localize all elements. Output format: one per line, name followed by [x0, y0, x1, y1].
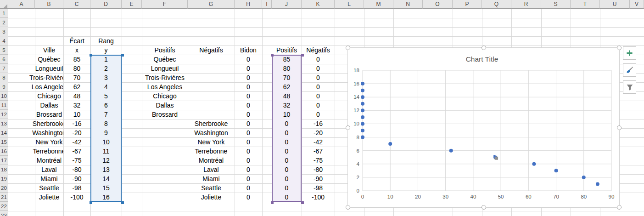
cell-F5[interactable]: Positifs — [142, 45, 188, 55]
data-point[interactable] — [582, 176, 586, 179]
chart-title[interactable]: Chart Title — [466, 55, 498, 63]
selection-handle[interactable] — [90, 54, 92, 57]
cell-C21[interactable]: -100 — [63, 193, 90, 202]
column-header-I[interactable]: I — [262, 0, 272, 9]
row-header-12[interactable]: 12 — [0, 110, 8, 119]
cell-B12[interactable]: Brossard — [8, 110, 63, 119]
cell-C18[interactable]: -80 — [63, 165, 90, 174]
cell-H8[interactable]: 0 — [235, 73, 262, 82]
data-point[interactable] — [532, 162, 536, 166]
column-header-E[interactable]: E — [122, 0, 142, 9]
column-header-V[interactable]: V — [630, 0, 644, 9]
chart[interactable]: 0102030405060708090024681012141618Chart … — [347, 47, 620, 208]
cell-B14[interactable]: Washington — [8, 128, 63, 137]
column-header-Q[interactable]: Q — [482, 0, 511, 9]
cell-K17[interactable]: -75 — [302, 156, 335, 165]
row-header-17[interactable]: 17 — [0, 156, 8, 165]
row-header-8[interactable]: 8 — [0, 73, 8, 82]
cell-B7[interactable]: Longueuil — [8, 64, 63, 73]
cell-K20[interactable]: -98 — [302, 183, 335, 193]
cell-F10[interactable]: Chicago — [142, 91, 188, 101]
column-header-L[interactable]: L — [335, 0, 364, 9]
cell-B13[interactable]: Sherbrooke — [8, 119, 63, 128]
select-all-corner[interactable] — [0, 0, 8, 9]
cell-H13[interactable]: 0 — [235, 119, 262, 128]
cell-K8[interactable]: 0 — [302, 73, 335, 82]
column-header-G[interactable]: G — [188, 0, 235, 9]
chart-styles-button[interactable] — [623, 63, 636, 77]
cell-K12[interactable]: 0 — [302, 110, 335, 119]
cell-K9[interactable]: 0 — [302, 82, 335, 91]
column-header-R[interactable]: R — [511, 0, 541, 9]
column-header-J[interactable]: J — [272, 0, 302, 9]
cell-K5[interactable]: Négatifs — [302, 45, 335, 55]
row-header-16[interactable]: 16 — [0, 147, 8, 156]
cell-K16[interactable]: -67 — [302, 147, 335, 156]
row-header-4[interactable]: 4 — [0, 36, 8, 45]
cell-F9[interactable]: Los Angeles — [142, 82, 188, 91]
chart-resize-handle[interactable] — [346, 45, 350, 50]
row-header-5[interactable]: 5 — [0, 45, 8, 55]
cell-H6[interactable]: 0 — [235, 55, 262, 64]
chart-resize-handle[interactable] — [617, 205, 622, 210]
cell-J5[interactable]: Positifs — [272, 45, 302, 55]
cell-H10[interactable]: 0 — [235, 91, 262, 101]
row-header-6[interactable]: 6 — [0, 55, 8, 64]
selection-handle[interactable] — [301, 201, 304, 204]
cell-H15[interactable]: 0 — [235, 137, 262, 147]
cell-K7[interactable]: 0 — [302, 64, 335, 73]
cell-C7[interactable]: 80 — [63, 64, 90, 73]
selection-handle[interactable] — [301, 54, 304, 57]
column-header-P[interactable]: P — [453, 0, 482, 9]
cell-B9[interactable]: Los Angeles — [8, 82, 63, 91]
cell-G21[interactable]: Joliette — [188, 193, 235, 202]
data-point[interactable] — [449, 149, 453, 153]
cell-B8[interactable]: Trois-Rivières — [8, 73, 63, 82]
row-header-13[interactable]: 13 — [0, 119, 8, 128]
cell-C4[interactable]: Écart — [63, 36, 90, 45]
cell-K10[interactable]: 0 — [302, 91, 335, 101]
column-header-H[interactable]: H — [235, 0, 262, 9]
chart-resize-handle[interactable] — [482, 45, 486, 50]
cell-C13[interactable]: -16 — [63, 119, 90, 128]
row-header-2[interactable]: 2 — [0, 18, 8, 27]
cell-C17[interactable]: -75 — [63, 156, 90, 165]
data-point[interactable] — [361, 95, 364, 99]
cell-B18[interactable]: Laval — [8, 165, 63, 174]
cell-C6[interactable]: 85 — [63, 55, 90, 64]
data-point[interactable] — [596, 182, 599, 186]
cell-C10[interactable]: 48 — [63, 91, 90, 101]
cell-B15[interactable]: New York — [8, 137, 63, 147]
column-header-B[interactable]: B — [35, 0, 63, 9]
cell-H7[interactable]: 0 — [235, 64, 262, 73]
cell-C14[interactable]: -20 — [63, 128, 90, 137]
cell-K14[interactable]: -20 — [302, 128, 335, 137]
cell-H21[interactable]: 0 — [235, 193, 262, 202]
row-header-1[interactable]: 1 — [0, 9, 8, 18]
cell-B11[interactable]: Dallas — [8, 101, 63, 110]
cell-H11[interactable]: 0 — [235, 101, 262, 110]
cell-B10[interactable]: Chicago — [8, 91, 63, 101]
positifs-range-selection[interactable] — [272, 55, 302, 202]
cell-H18[interactable]: 0 — [235, 165, 262, 174]
cell-G19[interactable]: Miami — [188, 174, 235, 183]
selection-handle[interactable] — [121, 201, 124, 204]
row-header-19[interactable]: 19 — [0, 174, 8, 183]
cell-K6[interactable]: 0 — [302, 55, 335, 64]
cell-H19[interactable]: 0 — [235, 174, 262, 183]
column-header-S[interactable]: S — [541, 0, 571, 9]
cell-B19[interactable]: Miami — [8, 174, 63, 183]
cell-K13[interactable]: -16 — [302, 119, 335, 128]
cell-C20[interactable]: -98 — [63, 183, 90, 193]
cell-G17[interactable]: Montréal — [188, 156, 235, 165]
cell-K15[interactable]: -42 — [302, 137, 335, 147]
cell-C8[interactable]: 70 — [63, 73, 90, 82]
row-header-22[interactable]: 22 — [0, 202, 8, 211]
selection-handle[interactable] — [90, 201, 92, 204]
cell-H20[interactable]: 0 — [235, 183, 262, 193]
chart-resize-handle[interactable] — [346, 125, 350, 130]
column-header-F[interactable]: F — [142, 0, 188, 9]
row-header-15[interactable]: 15 — [0, 137, 8, 147]
row-header-14[interactable]: 14 — [0, 128, 8, 137]
data-point[interactable] — [361, 102, 364, 106]
